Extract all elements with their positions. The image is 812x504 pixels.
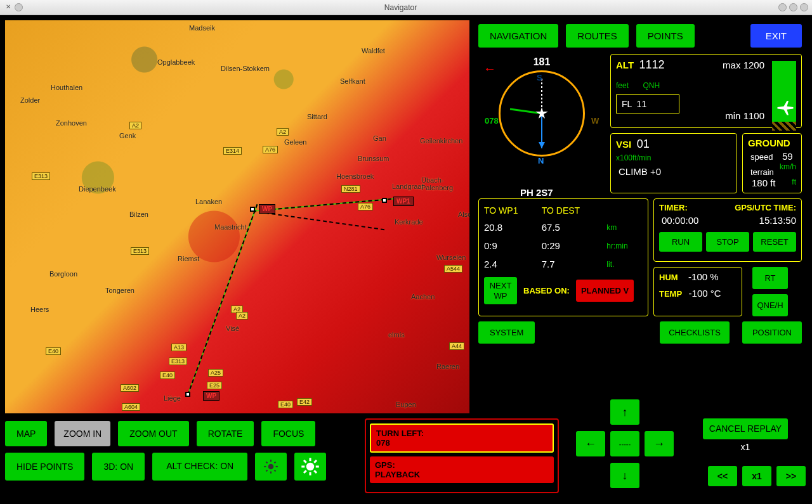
svg-line-9 [266,462,268,463]
map-city-label: Opglabbeek [157,58,195,66]
vsi-panel: VSI 01 x100ft/min CLIMB +0 [610,133,737,193]
3d-toggle-button[interactable]: 3D: ON [92,453,145,481]
zoom-out-button[interactable]: ZOOM OUT [118,421,188,446]
waypoint-marker[interactable] [382,198,387,203]
replay-speed-button[interactable]: x1 [742,466,771,486]
map-button[interactable]: MAP [5,421,47,446]
qneh-button[interactable]: QNE/H [752,294,788,316]
svg-line-18 [304,460,306,463]
dpad-up-button[interactable]: ↑ [610,399,639,425]
road-tag: A76 [358,203,373,210]
replay-rewind-button[interactable]: << [708,466,737,486]
points-button[interactable]: POINTS [636,24,695,48]
cancel-replay-button[interactable]: CANCEL REPLAY [703,418,788,439]
window-title: Navigator [23,3,778,12]
compass-heading: 181 [534,56,551,68]
map-city-label: Liège [164,394,181,402]
road-tag: A25 [208,369,223,377]
map-view[interactable]: MadseikOpglabbeekDilsen-StokkemHouthalen… [5,20,469,413]
map-city-label: Borgloon [49,270,77,278]
qnh-label: QNH [643,81,660,90]
road-tag: E313 [32,172,50,180]
next-wp-button[interactable]: NEXT WP [484,277,517,304]
road-tag: A2 [129,122,141,129]
window-max-icon[interactable] [789,3,797,11]
timer-run-button[interactable]: RUN [659,232,702,252]
navigation-table: TO WP1TO DEST 20.867.5km 0:90:29hr:min 2… [478,198,648,316]
hide-points-button[interactable]: HIDE POINTS [5,453,84,481]
checklists-button[interactable]: CHECKLISTS [660,321,730,344]
map-city-label: Diepenbeek [79,185,116,193]
gps-time-value: 15:13:50 [759,215,796,226]
map-city-label: Tongeren [105,287,134,294]
dpad-down-button[interactable]: ↓ [610,463,639,488]
rotate-button[interactable]: ROTATE [197,421,254,446]
system-button[interactable]: SYSTEM [478,321,535,344]
map-city-label: Lanaken [195,198,222,205]
timer-value: 00:00:00 [662,215,698,226]
map-city-label: Zolder [20,96,40,104]
waypoint-marker[interactable] [250,207,255,212]
alert-gps: GPS: PLAYBACK [370,456,554,483]
replay-forward-button[interactable]: >> [776,466,806,486]
flight-level-input[interactable]: FL 11 [616,94,679,113]
climb-value: CLIMB +0 [619,166,731,177]
ground-speed: 59 [782,151,793,162]
map-city-label: Riemst [178,255,199,262]
temperature-value: -100 °C [689,288,721,299]
map-city-label: Hoensbroek [336,172,374,180]
rt-button[interactable]: RT [752,267,788,289]
road-tag: A604 [122,403,140,411]
alt-value: 1112 [639,58,665,71]
map-controls: MAP ZOOM IN ZOOM OUT ROTATE FOCUS HIDE P… [5,421,360,487]
window-min-icon[interactable] [778,3,787,11]
svg-point-4 [268,464,274,470]
map-city-label: Dilsen-Stokkem [221,65,270,72]
map-city-label: Landgraaf [392,183,424,190]
svg-line-20 [304,470,306,473]
map-city-label: Genk [119,132,136,139]
road-tag: E25 [207,382,222,389]
map-city-label: Geilenkirchen [420,137,462,145]
position-button[interactable]: POSITION [742,321,802,344]
callsign-label: PH 2S7 [520,187,553,198]
road-tag: A2 [236,312,248,320]
road-tag: E313 [131,247,149,255]
compass-bearing-readout: 078 [485,116,499,126]
svg-line-12 [275,462,276,463]
dpad-center-button[interactable]: ----- [610,431,639,456]
map-city-label: Houthalen [51,84,82,91]
direction-pad: ↑ ← ----- → ↓ [571,399,679,501]
exit-button[interactable]: EXIT [750,24,802,48]
map-city-label: Visé [226,325,239,332]
window-close2-icon[interactable] [800,3,808,11]
dpad-right-button[interactable]: → [645,431,674,456]
app-root: MadseikOpglabbeekDilsen-StokkemHouthalen… [0,15,812,504]
routes-button[interactable]: ROUTES [566,24,629,48]
brightness-up-icon[interactable] [294,453,326,481]
brightness-down-icon[interactable] [255,453,287,481]
map-city-label: Heers [30,306,49,313]
window-close-icon[interactable]: ✕ [4,3,12,11]
timer-stop-button[interactable]: STOP [706,232,749,252]
timer-reset-button[interactable]: RESET [753,232,796,252]
map-city-label: Gan [373,134,386,142]
window-titlebar: ✕ Navigator [0,0,812,15]
ground-panel: GROUND speed 59 km/h terrain 180 ft ft [742,133,802,193]
alerts-panel: TURN LEFT: 078 GPS: PLAYBACK [365,418,559,493]
timer-panel: TIMER: GPS/UTC TIME: 00:00:00 15:13:50 R… [653,198,802,262]
alt-check-button[interactable]: ALT CHECK: ON [152,453,247,481]
map-city-label: elmis [388,331,405,339]
right-panel: NAVIGATION ROUTES POINTS EXIT ← 181 [475,20,806,413]
window-control-icon[interactable] [15,3,23,11]
map-city-label: Brunssum [358,155,390,162]
waypoint-marker[interactable] [185,392,190,397]
map-city-label: Alsd [458,210,469,218]
zoom-in-button[interactable]: ZOOM IN [55,421,110,446]
navigation-button[interactable]: NAVIGATION [478,24,558,48]
dpad-left-button[interactable]: ← [576,431,605,456]
aircraft-icon [534,106,549,121]
focus-button[interactable]: FOCUS [261,421,315,446]
map-city-label: Bilzen [129,210,148,218]
planned-v-button[interactable]: PLANNED V [576,280,634,302]
